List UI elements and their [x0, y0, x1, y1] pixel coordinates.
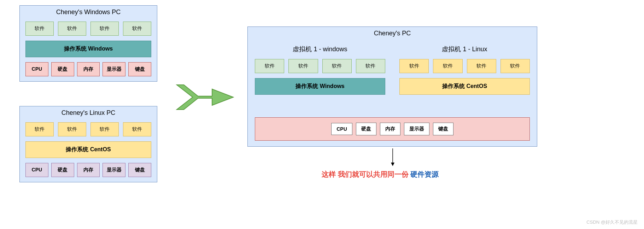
vm-windows-box: 虚拟机 1 - windows 软件 软件 软件 软件 操作系统 Windows — [255, 43, 385, 98]
software-item: 软件 — [58, 122, 86, 136]
software-item: 软件 — [123, 22, 151, 36]
hardware-item: 显示器 — [103, 163, 125, 177]
software-item: 软件 — [25, 22, 54, 36]
software-item: 软件 — [90, 22, 119, 36]
hardware-item: 内存 — [380, 123, 400, 135]
cheneys-pc-container: Cheney's PC 虚拟机 1 - windows 软件 软件 软件 软件 … — [247, 27, 537, 147]
vm-linux-title: 虚拟机 1 - Linux — [399, 43, 530, 57]
linux-pc-title: Cheney's Linux PC — [20, 106, 157, 118]
linux-os-bar: 操作系统 CentOS — [25, 141, 151, 158]
hardware-item: 内存 — [77, 62, 100, 76]
software-item: 软件 — [25, 122, 54, 136]
hardware-item: 显示器 — [103, 62, 125, 76]
transform-arrow-icon — [173, 81, 237, 114]
windows-pc-container: Cheney's Windows PC 软件 软件 软件 软件 操作系统 Win… — [19, 5, 157, 82]
vm-linux-os-bar: 操作系统 CentOS — [399, 78, 530, 95]
hardware-item: 键盘 — [128, 163, 151, 177]
linux-software-row: 软件 软件 软件 软件 — [20, 118, 157, 139]
software-item: 软件 — [467, 59, 496, 73]
software-item: 软件 — [255, 59, 284, 73]
windows-software-row: 软件 软件 软件 软件 — [20, 17, 157, 38]
linux-pc-container: Cheney's Linux PC 软件 软件 软件 软件 操作系统 CentO… — [19, 106, 157, 182]
software-item: 软件 — [90, 122, 119, 136]
hardware-item: 内存 — [77, 163, 100, 177]
vm-windows-software-row: 软件 软件 软件 软件 — [255, 57, 385, 75]
linux-hardware-row: CPU 硬盘 内存 显示器 键盘 — [20, 161, 157, 182]
hardware-item: 硬盘 — [51, 163, 74, 177]
watermark-text: CSDN @好久不见的流星 — [586, 219, 638, 225]
hardware-item: CPU — [25, 62, 48, 76]
vm-linux-box: 虚拟机 1 - Linux 软件 软件 软件 软件 操作系统 CentOS — [399, 43, 530, 98]
hardware-item: 显示器 — [404, 123, 429, 135]
software-item: 软件 — [399, 59, 429, 73]
hardware-item: 硬盘 — [356, 123, 376, 135]
caption-blue: 硬件资源 — [410, 170, 439, 178]
windows-pc-title: Cheney's Windows PC — [20, 6, 157, 17]
caption-red: 这样 我们就可以共用同一份 — [322, 170, 409, 178]
software-item: 软件 — [322, 59, 352, 73]
software-item: 软件 — [123, 122, 151, 136]
hardware-item: CPU — [25, 163, 48, 177]
software-item: 软件 — [433, 59, 462, 73]
software-item: 软件 — [288, 59, 318, 73]
hardware-item: CPU — [331, 123, 352, 135]
cheneys-pc-title: Cheney's PC — [248, 27, 537, 39]
caption-text: 这样 我们就可以共用同一份 硬件资源 — [322, 170, 439, 179]
vm-windows-os-bar: 操作系统 Windows — [255, 78, 385, 95]
software-item: 软件 — [356, 59, 385, 73]
vm-section: 虚拟机 1 - windows 软件 软件 软件 软件 操作系统 Windows… — [248, 43, 537, 98]
hardware-item: 硬盘 — [51, 62, 74, 76]
software-item: 软件 — [500, 59, 530, 73]
windows-hardware-row: CPU 硬盘 内存 显示器 键盘 — [20, 60, 157, 81]
shared-hardware-bar: CPU 硬盘 内存 显示器 键盘 — [255, 117, 530, 141]
software-item: 软件 — [58, 22, 86, 36]
vm-linux-software-row: 软件 软件 软件 软件 — [399, 57, 530, 75]
vm-windows-title: 虚拟机 1 - windows — [255, 43, 385, 57]
down-arrow-icon — [390, 148, 395, 167]
hardware-item: 键盘 — [433, 123, 453, 135]
hardware-item: 键盘 — [128, 62, 151, 76]
windows-os-bar: 操作系统 Windows — [25, 41, 151, 57]
